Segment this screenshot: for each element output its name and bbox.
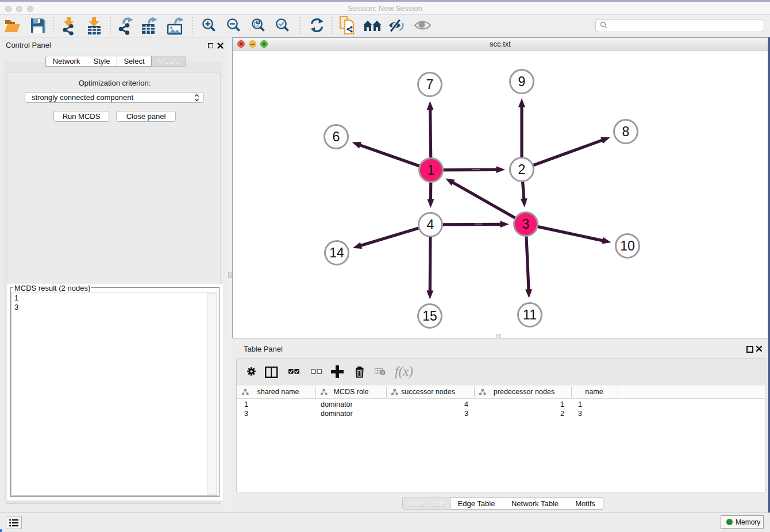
svg-text:7: 7 <box>426 77 434 92</box>
svg-text:9: 9 <box>518 74 526 89</box>
svg-text:8: 8 <box>622 124 630 139</box>
svg-text:15: 15 <box>422 309 437 323</box>
svg-text:6: 6 <box>333 129 340 144</box>
svg-text:11: 11 <box>523 307 537 322</box>
svg-text:2: 2 <box>518 162 526 177</box>
svg-text:f(x): f(x) <box>395 364 413 379</box>
svg-text:14: 14 <box>329 245 344 260</box>
svg-text:10: 10 <box>620 238 635 253</box>
svg-text:1: 1 <box>428 163 435 178</box>
svg-text:4: 4 <box>427 217 434 232</box>
svg-text:3: 3 <box>522 217 530 232</box>
